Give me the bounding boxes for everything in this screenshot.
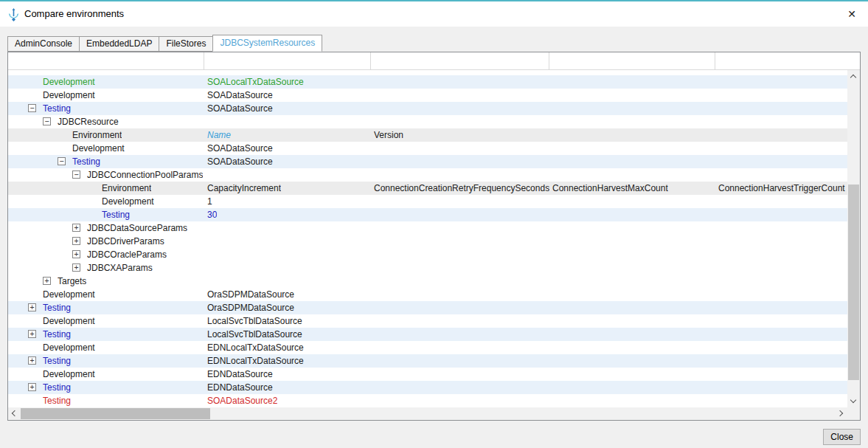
tab-embeddedldap[interactable]: EmbeddedLDAP [79, 36, 159, 52]
tree-row[interactable]: Development1 [8, 195, 847, 208]
scroll-down-button[interactable] [847, 395, 860, 407]
expand-icon[interactable]: + [72, 250, 80, 258]
chevron-right-icon [837, 410, 843, 416]
cell: SOADataSource2 [207, 394, 277, 407]
expand-icon[interactable]: + [72, 224, 80, 232]
scroll-right-button[interactable] [835, 407, 847, 420]
cell: SOADataSource [207, 142, 273, 155]
cell: JDBCXAParams [87, 261, 153, 275]
tree-row[interactable]: Testing30 [8, 208, 847, 221]
cell: JDBCResource [58, 115, 119, 128]
horizontal-scrollbar[interactable] [8, 407, 847, 420]
cell: SOADataSource [207, 89, 273, 102]
cell: Development [43, 75, 95, 89]
window-close-icon[interactable]: ✕ [842, 4, 861, 24]
tab-filestores[interactable]: FileStores [159, 36, 213, 52]
tree-row[interactable]: +JDBCDriverParams [8, 235, 847, 248]
cell: Version [374, 128, 403, 142]
tree-row[interactable]: TestingSOADataSource2 [8, 394, 847, 407]
expand-icon[interactable]: + [72, 237, 80, 245]
cell: JDBCDriverParams [87, 235, 164, 248]
cell: Testing [43, 394, 71, 407]
tree-row[interactable]: EnvironmentCapacityIncrementConnectionCr… [8, 182, 847, 195]
cell: OraSDPMDataSource [207, 288, 294, 301]
cell: SOALocalTxDataSource [207, 75, 304, 89]
cell: Development [72, 142, 125, 155]
tree-row[interactable]: +TestingEDNDataSource [8, 381, 847, 394]
cell: Testing [43, 381, 71, 394]
cell: ConnectionHarvestTriggerCount [718, 182, 845, 195]
cell: Development [102, 195, 154, 208]
tree-row[interactable]: DevelopmentSOADataSource [8, 89, 847, 102]
vertical-scrollbar[interactable] [847, 70, 860, 407]
expand-icon[interactable]: + [28, 303, 36, 311]
collapse-icon[interactable]: − [43, 117, 51, 125]
tree-row[interactable]: −TestingSOADataSource [8, 155, 847, 168]
cell: JDBCConnectionPoolParams [87, 168, 203, 182]
tab-jdbcsystemresources[interactable]: JDBCSystemResources [212, 35, 322, 52]
expand-icon[interactable]: + [28, 356, 36, 365]
tree-row[interactable]: DevelopmentEDNLocalTxDataSource [8, 341, 847, 354]
scroll-left-button[interactable] [8, 407, 21, 420]
expand-icon[interactable]: + [28, 383, 36, 391]
cell: Development [43, 89, 95, 102]
horizontal-scroll-thumb[interactable] [21, 408, 210, 419]
tree-row[interactable]: +TestingEDNLocalTxDataSource [8, 354, 847, 368]
cell: Environment [72, 128, 122, 142]
expand-icon[interactable]: + [43, 277, 51, 285]
cell: 30 [207, 208, 217, 221]
collapse-icon[interactable]: − [72, 170, 80, 179]
cell: JDBCOracleParams [87, 248, 167, 261]
tree-row[interactable]: EnvironmentNameVersion [8, 128, 847, 142]
scroll-up-button[interactable] [847, 70, 860, 83]
cell: CapacityIncrement [207, 182, 281, 195]
tree-row[interactable]: DevelopmentEDNDataSource [8, 368, 847, 381]
tree-row[interactable]: −JDBCResource [8, 115, 847, 128]
title-bar: Compare environments ✕ [0, 1, 868, 27]
cell: Testing [43, 354, 71, 368]
cell: Testing [43, 301, 71, 314]
cell: Development [43, 288, 95, 301]
tree-row[interactable]: −JDBCConnectionPoolParams [8, 168, 847, 182]
tree-row[interactable]: +Targets [8, 275, 847, 288]
vertical-scroll-thumb[interactable] [848, 185, 859, 380]
tree-row[interactable]: +TestingOraSDPMDataSource [8, 301, 847, 314]
chevron-up-icon [850, 75, 856, 80]
cell: SOADataSource [207, 102, 273, 115]
cell: Development [43, 314, 95, 328]
column-separator [204, 52, 204, 69]
cell: Testing [43, 102, 71, 115]
cell: EDNLocalTxDataSource [207, 341, 304, 354]
cell: EDNDataSource [207, 381, 273, 394]
scrollbar-corner [847, 407, 860, 420]
collapse-icon[interactable]: − [58, 157, 66, 165]
cell: EDNLocalTxDataSource [207, 354, 304, 368]
tree-row[interactable]: DevelopmentSOADataSource [8, 142, 847, 155]
expand-icon[interactable]: + [72, 263, 80, 272]
collapse-icon[interactable]: − [28, 104, 36, 112]
cell: Development [43, 341, 95, 354]
tree-row[interactable]: DevelopmentOraSDPMDataSource [8, 288, 847, 301]
column-separator [370, 52, 371, 69]
tree-row[interactable]: +TestingLocalSvcTblDataSource [8, 328, 847, 341]
table-header-row [8, 52, 860, 70]
clipped-row [8, 70, 847, 75]
cell: EDNDataSource [207, 368, 273, 381]
column-separator [715, 52, 715, 69]
expand-icon[interactable]: + [28, 330, 36, 338]
tree-row[interactable]: +JDBCXAParams [8, 261, 847, 275]
app-icon [7, 7, 20, 21]
chevron-down-icon [850, 397, 856, 403]
cell: SOADataSource [207, 155, 273, 168]
tree-row[interactable]: +JDBCOracleParams [8, 248, 847, 261]
cell: 1 [207, 195, 212, 208]
close-button[interactable]: Close [823, 429, 861, 445]
tree-row[interactable]: DevelopmentSOALocalTxDataSource [8, 75, 847, 89]
tree-row[interactable]: +JDBCDataSourceParams [8, 221, 847, 235]
tree-row[interactable]: DevelopmentLocalSvcTblDataSource [8, 314, 847, 328]
tab-strip: AdminConsole EmbeddedLDAP FileStores JDB… [7, 35, 322, 52]
cell: Testing [72, 155, 100, 168]
tree-row[interactable]: −TestingSOADataSource [8, 102, 847, 115]
tab-adminconsole[interactable]: AdminConsole [7, 36, 80, 52]
window-title: Compare environments [24, 1, 124, 27]
